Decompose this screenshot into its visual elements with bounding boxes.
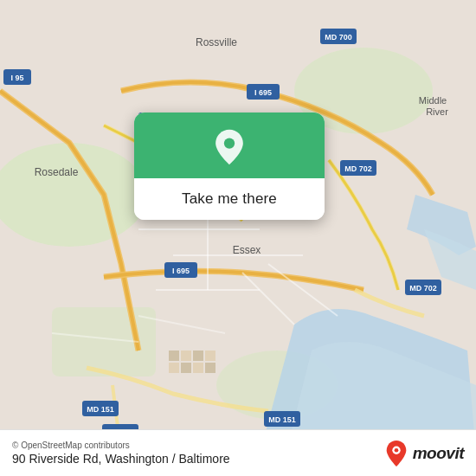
svg-text:MD 151: MD 151 — [268, 415, 296, 424]
map-container: I 95 I 695 I 695 MD 7 MD 700 MD 702 MD 7… — [0, 0, 476, 476]
svg-text:I 95: I 95 — [10, 74, 23, 82]
svg-text:MD 702: MD 702 — [344, 164, 372, 173]
svg-rect-15 — [181, 351, 191, 361]
popup-header — [134, 113, 325, 178]
svg-point-49 — [394, 447, 398, 452]
svg-rect-20 — [193, 363, 203, 373]
svg-text:I 695: I 695 — [254, 88, 272, 97]
svg-rect-21 — [205, 363, 215, 373]
address-label: 90 Riverside Rd, Washington / Baltimore — [12, 452, 230, 466]
map-background: I 95 I 695 I 695 MD 7 MD 700 MD 702 MD 7… — [0, 0, 476, 476]
bottom-left-info: © OpenStreetMap contributors 90 Riversid… — [12, 441, 230, 466]
svg-text:Essex: Essex — [233, 244, 261, 256]
svg-point-47 — [224, 138, 235, 148]
bottom-bar: © OpenStreetMap contributors 90 Riversid… — [0, 429, 476, 476]
svg-text:Rosedale: Rosedale — [35, 166, 79, 178]
svg-rect-17 — [205, 351, 215, 361]
svg-text:MD 151: MD 151 — [87, 405, 114, 414]
svg-text:MD 702: MD 702 — [409, 284, 437, 293]
moovit-pin-icon — [384, 440, 408, 467]
svg-text:I 695: I 695 — [172, 267, 190, 275]
svg-text:River: River — [426, 106, 448, 117]
take-me-there-button[interactable]: Take me there — [134, 178, 325, 220]
svg-rect-16 — [193, 351, 203, 361]
moovit-wordmark: moovit — [413, 444, 464, 463]
location-pin-icon — [210, 128, 248, 166]
svg-text:MD 700: MD 700 — [325, 33, 352, 42]
svg-text:Middle: Middle — [419, 95, 447, 106]
svg-rect-14 — [169, 351, 179, 361]
moovit-logo[interactable]: moovit — [384, 440, 464, 467]
svg-rect-4 — [52, 307, 156, 376]
svg-text:Rossville: Rossville — [196, 36, 237, 48]
svg-rect-18 — [169, 363, 179, 373]
svg-rect-19 — [181, 363, 191, 373]
osm-credit: © OpenStreetMap contributors — [12, 441, 230, 450]
location-popup: Take me there — [134, 113, 325, 220]
